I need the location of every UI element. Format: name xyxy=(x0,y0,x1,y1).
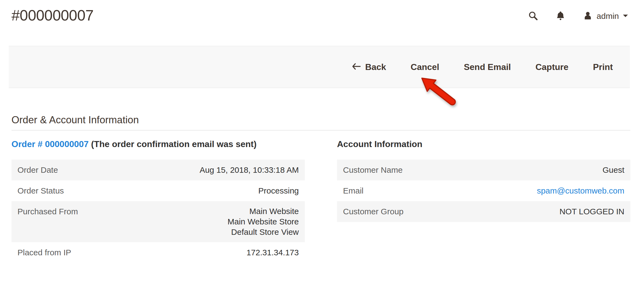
table-row: Order Date Aug 15, 2018, 10:33:18 AM xyxy=(11,160,305,180)
section-title: Order & Account Information xyxy=(11,114,630,130)
row-label: Order Status xyxy=(11,180,127,201)
row-label: Customer Name xyxy=(337,160,461,180)
order-heading: Order # 000000007 (The order confirmatio… xyxy=(11,139,305,149)
notifications-button[interactable] xyxy=(556,11,565,22)
page-header: #000000007 a xyxy=(0,0,644,24)
account-heading: Account Information xyxy=(337,139,630,149)
user-icon xyxy=(583,11,593,22)
cancel-button[interactable]: Cancel xyxy=(411,62,439,72)
store-group: Main Website Store xyxy=(133,216,299,227)
page-title: #000000007 xyxy=(11,7,94,24)
row-value: Guest xyxy=(461,160,630,180)
row-label: Placed from IP xyxy=(11,242,127,263)
send-email-button[interactable]: Send Email xyxy=(464,62,511,72)
back-arrow-icon xyxy=(352,62,361,72)
store-website: Main Website xyxy=(133,206,299,216)
row-value: 172.31.34.173 xyxy=(127,242,305,263)
capture-button[interactable]: Capture xyxy=(535,62,568,72)
search-button[interactable] xyxy=(528,11,538,22)
table-row: Order Status Processing xyxy=(11,180,305,201)
order-info-table: Order Date Aug 15, 2018, 10:33:18 AM Ord… xyxy=(11,160,305,263)
row-value: Processing xyxy=(127,180,305,201)
row-label: Purchased From xyxy=(11,201,127,242)
order-actions-toolbar: Back Cancel Send Email Capture Print xyxy=(9,46,630,88)
table-row: Customer Group NOT LOGGED IN xyxy=(337,201,630,222)
order-account-section: Order & Account Information Order # 0000… xyxy=(11,114,630,263)
row-label: Customer Group xyxy=(337,201,461,222)
admin-account-menu[interactable]: admin xyxy=(583,11,628,22)
header-actions: admin xyxy=(528,11,628,22)
order-number-link[interactable]: Order # 000000007 xyxy=(11,139,89,149)
row-value: Aug 15, 2018, 10:33:18 AM xyxy=(127,160,305,180)
chevron-down-icon xyxy=(623,14,628,19)
order-information-panel: Order # 000000007 (The order confirmatio… xyxy=(11,139,305,263)
row-value: spam@customweb.com xyxy=(461,180,630,201)
table-row: Purchased From Main Website Main Website… xyxy=(11,201,305,242)
print-button[interactable]: Print xyxy=(593,62,613,72)
admin-username: admin xyxy=(597,11,619,21)
order-heading-suffix: (The order confirmation email was sent) xyxy=(91,139,257,149)
info-columns: Order # 000000007 (The order confirmatio… xyxy=(11,139,630,263)
account-info-table: Customer Name Guest Email spam@customweb… xyxy=(337,160,630,222)
table-row: Email spam@customweb.com xyxy=(337,180,630,201)
row-value: NOT LOGGED IN xyxy=(461,201,630,222)
back-button[interactable]: Back xyxy=(352,62,386,72)
store-view: Default Store View xyxy=(133,227,299,237)
table-row: Placed from IP 172.31.34.173 xyxy=(11,242,305,263)
row-label: Email xyxy=(337,180,461,201)
bell-icon xyxy=(556,11,565,22)
row-label: Order Date xyxy=(11,160,127,180)
row-value: Main Website Main Website Store Default … xyxy=(127,201,305,242)
back-button-label: Back xyxy=(365,62,386,72)
table-row: Customer Name Guest xyxy=(337,160,630,180)
account-information-panel: Account Information Customer Name Guest … xyxy=(337,139,630,263)
search-icon xyxy=(528,11,538,22)
customer-email-link[interactable]: spam@customweb.com xyxy=(537,186,624,195)
